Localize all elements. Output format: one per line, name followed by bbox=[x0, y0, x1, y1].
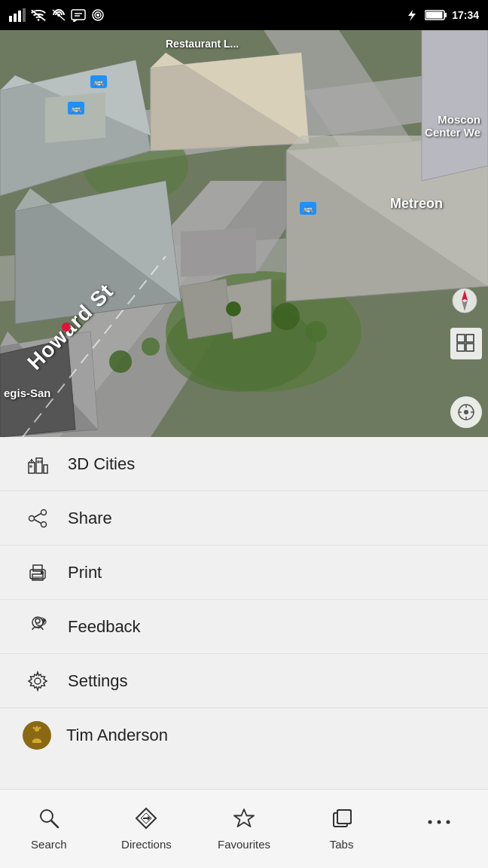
menu-item-user[interactable]: Tim Anderson bbox=[0, 708, 488, 763]
menu-area: 3D Cities Share Print bbox=[0, 437, 488, 763]
print-svg bbox=[26, 561, 50, 585]
svg-point-91 bbox=[36, 726, 38, 729]
menu-label-feedback: Feedback bbox=[68, 617, 141, 637]
tabs-nav-icon bbox=[331, 807, 353, 833]
svg-point-105 bbox=[447, 820, 450, 824]
svg-point-44 bbox=[226, 301, 241, 316]
svg-rect-46 bbox=[181, 228, 256, 277]
share-icon bbox=[23, 503, 53, 533]
svg-point-90 bbox=[33, 727, 35, 729]
city-icon bbox=[23, 449, 53, 479]
svg-rect-45 bbox=[45, 93, 105, 143]
svg-point-103 bbox=[429, 820, 432, 824]
tabs-svg bbox=[331, 807, 353, 830]
bottom-nav: Search Directions Favourites bbox=[0, 789, 488, 868]
charging-icon bbox=[404, 8, 420, 22]
nav-label-favourites: Favourites bbox=[218, 838, 270, 851]
grid-icon bbox=[456, 334, 476, 353]
svg-point-42 bbox=[273, 303, 300, 330]
svg-rect-70 bbox=[41, 461, 42, 463]
svg-marker-99 bbox=[234, 809, 254, 827]
regis-label: egis-San bbox=[4, 387, 51, 399]
print-icon bbox=[23, 558, 53, 588]
nav-item-more[interactable]: more bbox=[390, 790, 488, 868]
menu-item-feedback[interactable]: ? Feedback bbox=[0, 600, 488, 654]
map-area[interactable]: Howard St Metreon MosconCenter We egis-S… bbox=[0, 30, 488, 437]
svg-rect-63 bbox=[29, 463, 35, 473]
svg-point-71 bbox=[29, 515, 35, 521]
menu-label-user: Tim Anderson bbox=[66, 726, 168, 745]
svg-rect-53 bbox=[457, 335, 465, 342]
svg-point-86 bbox=[35, 678, 41, 684]
svg-point-41 bbox=[142, 338, 160, 356]
svg-marker-35 bbox=[422, 30, 488, 181]
svg-rect-56 bbox=[466, 344, 474, 351]
svg-point-58 bbox=[464, 410, 468, 414]
svg-rect-17 bbox=[426, 12, 443, 19]
metreon-label: Metreon bbox=[390, 196, 443, 212]
svg-line-74 bbox=[35, 513, 41, 517]
menu-label-print: Print bbox=[68, 563, 102, 582]
wifi-off-icon bbox=[30, 8, 47, 22]
map-background bbox=[0, 30, 488, 437]
nav-item-favourites[interactable]: Favourites bbox=[195, 790, 293, 868]
location-button[interactable] bbox=[450, 396, 482, 428]
menu-item-print[interactable]: Print bbox=[0, 546, 488, 600]
feedback-svg: ? bbox=[26, 615, 50, 639]
svg-rect-2 bbox=[18, 11, 21, 22]
location-pin bbox=[62, 322, 71, 332]
menu-label-3d-cities: 3D Cities bbox=[68, 454, 135, 474]
svg-point-72 bbox=[41, 509, 47, 515]
svg-rect-77 bbox=[33, 565, 42, 571]
svg-rect-89 bbox=[32, 740, 41, 742]
moscon-label: MosconCenter We bbox=[425, 113, 480, 139]
more-nav-icon bbox=[428, 810, 450, 831]
nav-item-search[interactable]: Search bbox=[0, 790, 98, 868]
svg-rect-69 bbox=[38, 461, 39, 463]
svg-rect-64 bbox=[36, 458, 42, 473]
nav-label-directions: Directions bbox=[121, 838, 172, 851]
svg-line-94 bbox=[51, 821, 58, 827]
signal-icon bbox=[9, 8, 26, 22]
svg-point-104 bbox=[438, 820, 441, 824]
bus-marker-2: 🚌 bbox=[68, 102, 84, 115]
bus-marker-3: 🚌 bbox=[300, 202, 316, 215]
svg-point-84 bbox=[35, 619, 40, 623]
status-right: 17:34 bbox=[404, 8, 479, 22]
user-avatar bbox=[23, 721, 51, 750]
nfc-icon bbox=[51, 8, 66, 22]
status-left bbox=[9, 8, 105, 22]
share-svg bbox=[26, 506, 50, 530]
menu-label-share: Share bbox=[68, 509, 112, 528]
directions-svg bbox=[135, 807, 157, 830]
svg-point-73 bbox=[41, 521, 47, 527]
directions-nav-icon bbox=[135, 807, 157, 833]
svg-rect-0 bbox=[9, 16, 12, 22]
menu-label-settings: Settings bbox=[68, 671, 128, 691]
svg-rect-65 bbox=[44, 465, 47, 473]
favourites-svg bbox=[233, 807, 255, 830]
restaurant-label: Restaurant L... bbox=[166, 38, 239, 50]
menu-item-share[interactable]: Share bbox=[0, 491, 488, 546]
nav-label-tabs: Tabs bbox=[330, 838, 354, 851]
compass-button[interactable] bbox=[450, 286, 479, 315]
svg-point-81 bbox=[41, 571, 44, 573]
svg-point-43 bbox=[306, 321, 327, 342]
nav-item-directions[interactable]: Directions bbox=[98, 790, 196, 868]
compass-icon bbox=[451, 287, 478, 314]
svg-rect-101 bbox=[337, 810, 351, 824]
svg-rect-54 bbox=[466, 335, 474, 342]
nav-item-tabs[interactable]: Tabs bbox=[293, 790, 391, 868]
svg-rect-16 bbox=[444, 13, 447, 17]
status-bar: 17:34 bbox=[0, 0, 488, 30]
svg-marker-14 bbox=[408, 10, 416, 21]
svg-rect-68 bbox=[30, 466, 32, 467]
settings-svg bbox=[26, 669, 50, 693]
message-icon bbox=[71, 8, 86, 22]
search-svg bbox=[38, 807, 60, 830]
menu-item-settings[interactable]: Settings bbox=[0, 654, 488, 708]
svg-point-4 bbox=[38, 19, 40, 21]
svg-rect-1 bbox=[14, 14, 17, 22]
grid-button[interactable] bbox=[450, 328, 482, 359]
menu-item-3d-cities[interactable]: 3D Cities bbox=[0, 437, 488, 491]
